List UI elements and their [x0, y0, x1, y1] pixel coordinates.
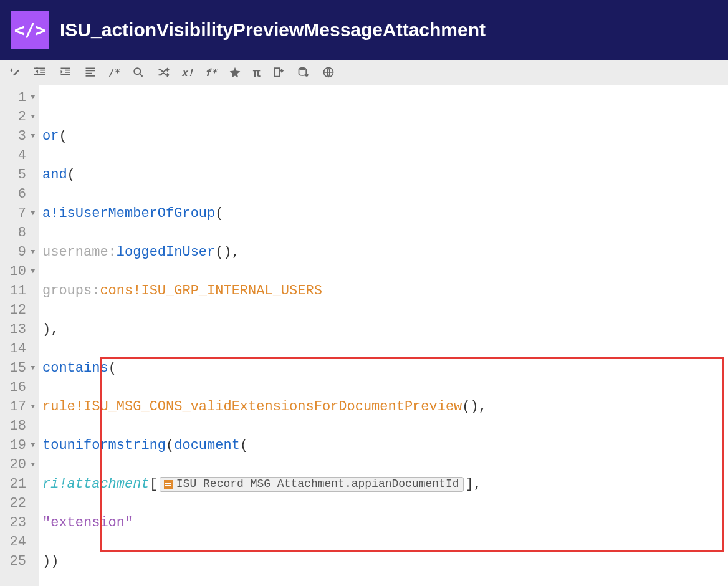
line-number: 17▼ — [6, 397, 35, 416]
line-number: 21 — [6, 474, 35, 494]
page-title: ISU_actionVisibilityPreviewMessageAttach… — [60, 19, 486, 41]
code-line: a!isUserMemberOfGroup( — [42, 204, 728, 223]
header: </> ISU_actionVisibilityPreviewMessageAt… — [0, 0, 728, 60]
fold-marker-icon[interactable]: ▼ — [29, 455, 35, 474]
export-icon[interactable] — [272, 65, 285, 79]
database-icon[interactable] — [297, 65, 310, 79]
rule-icon: </> — [11, 11, 49, 49]
magic-wand-icon[interactable] — [9, 65, 22, 79]
comment-icon[interactable]: /* — [108, 67, 120, 79]
code-line: ), — [42, 320, 728, 339]
fold-marker-icon[interactable]: ▼ — [29, 262, 35, 281]
fold-marker-icon[interactable]: ▼ — [29, 88, 35, 107]
line-number: 14 — [6, 339, 35, 358]
line-number: 10▼ — [6, 262, 35, 281]
globe-icon[interactable] — [322, 65, 335, 79]
line-number: 20▼ — [6, 455, 35, 474]
line-number: 22 — [6, 494, 35, 513]
line-number: 18 — [6, 416, 35, 436]
line-number: 7▼ — [6, 204, 35, 223]
line-number: 2▼ — [6, 107, 35, 127]
line-number: 5 — [6, 165, 35, 185]
code-line: contains( — [42, 358, 728, 378]
svg-point-2 — [305, 74, 307, 76]
code-line: username: loggedInUser(), — [42, 243, 728, 262]
code-line: )) — [42, 552, 728, 571]
code-area[interactable]: or( and( a!isUserMemberOfGroup( username… — [39, 85, 728, 586]
line-number: 19▼ — [6, 436, 35, 455]
fold-marker-icon[interactable]: ▼ — [29, 127, 35, 146]
indent-icon[interactable] — [59, 65, 72, 79]
code-editor[interactable]: 1▼2▼3▼4567▼89▼10▼1112131415▼1617▼1819▼20… — [0, 85, 728, 586]
code-line: "extension" — [42, 513, 728, 532]
line-number: 23 — [6, 513, 35, 532]
x-exclaim-icon[interactable]: x! — [181, 67, 193, 79]
line-number: 13 — [6, 320, 35, 339]
line-gutter: 1▼2▼3▼4567▼89▼10▼1112131415▼1617▼1819▼20… — [0, 85, 39, 586]
code-line: ri!attachment[ISU_Record_MSG_Attachment.… — [42, 474, 728, 494]
line-number: 16 — [6, 378, 35, 397]
code-line: touniformstring(document( — [42, 436, 728, 455]
line-number: 11 — [6, 281, 35, 300]
fold-marker-icon[interactable]: ▼ — [29, 107, 35, 127]
line-number: 8 — [6, 223, 35, 243]
code-line: and( — [42, 165, 728, 185]
code-line: groups: cons!ISU_GRP_INTERNAL_USERS — [42, 281, 728, 300]
line-number: 25 — [6, 552, 35, 571]
svg-point-0 — [135, 68, 141, 74]
line-number: 1▼ — [6, 88, 35, 107]
fold-marker-icon[interactable]: ▼ — [29, 397, 35, 416]
pi-icon[interactable]: π — [253, 65, 261, 80]
code-line: or( — [42, 127, 728, 146]
fx-icon[interactable]: f* — [205, 67, 217, 79]
format-icon[interactable] — [84, 65, 97, 79]
record-field-chip[interactable]: ISU_Record_MSG_Attachment.appianDocument… — [160, 477, 464, 492]
fold-marker-icon[interactable]: ▼ — [29, 204, 35, 223]
fold-marker-icon[interactable]: ▼ — [29, 358, 35, 378]
editor-toolbar: /* x! f* π — [0, 60, 728, 85]
code-line: rule!ISU_MSG_CONS_validExtensionsForDocu… — [42, 397, 728, 416]
fold-marker-icon[interactable]: ▼ — [29, 436, 35, 455]
line-number: 6 — [6, 185, 35, 204]
line-number: 24 — [6, 532, 35, 552]
star-icon[interactable] — [228, 65, 242, 79]
line-number: 4 — [6, 146, 35, 165]
line-number: 9▼ — [6, 243, 35, 262]
shuffle-icon[interactable] — [156, 65, 170, 79]
search-icon[interactable] — [132, 65, 145, 79]
svg-point-1 — [299, 67, 306, 70]
line-number: 12 — [6, 300, 35, 320]
line-number: 3▼ — [6, 127, 35, 146]
record-icon — [164, 480, 173, 489]
fold-marker-icon[interactable]: ▼ — [29, 243, 35, 262]
line-number: 15▼ — [6, 358, 35, 378]
outdent-icon[interactable] — [34, 65, 47, 79]
